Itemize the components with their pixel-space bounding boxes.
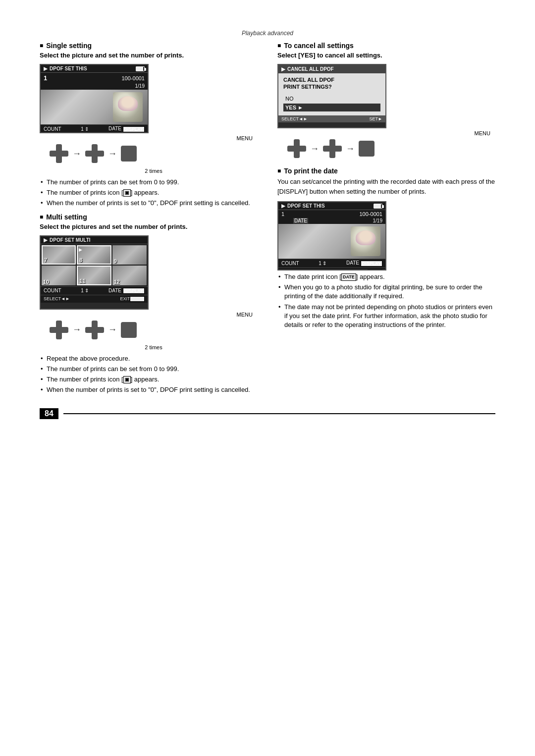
multi-display-badge: DISPLAY <box>123 288 145 294</box>
count-val: 1 ⇕ <box>81 126 89 132</box>
lcd-multi-topbar-text: DPOF SET MULTI <box>50 237 91 243</box>
print-date-body: You can set/cancel the printing with the… <box>277 177 495 196</box>
lcd-single-image <box>41 90 148 124</box>
page-subtitle: Playback advanced <box>40 30 495 37</box>
lcd-single-fileinfo: 1 100-0001 <box>41 73 148 83</box>
grid-cell-11: 11 <box>77 266 111 285</box>
lcd-multi-screen: ▶ DPOF SET MULTI 7 ▶ 8 9 10 11 12 <box>40 235 149 310</box>
lcd-single-screen: ▶ DPOF SET THIS 1 100-0001 1/19 <box>40 64 149 133</box>
lcd-date-count-row: COUNT 1 ⇕ DATE DISPLAY <box>278 259 385 267</box>
menu-btn-multi <box>121 322 137 338</box>
multi-exit-menu: EXITMENU <box>120 296 145 302</box>
grid-cell-9: 9 <box>112 245 147 265</box>
multi-bullet-2: The number of prints can be set from 0 t… <box>40 365 258 374</box>
dpad-multi-1 <box>50 321 68 339</box>
date-select-label: SELECT◄► <box>281 269 308 270</box>
lcd-cancel-header: ▶ CANCEL ALL DPOF <box>278 65 385 73</box>
arrow-1: → <box>72 149 81 159</box>
bullet-1: The number of prints can be set from 0 t… <box>40 178 258 187</box>
date-disp-label: DATE DISPLAY <box>346 260 382 266</box>
dpad-single-1 <box>50 144 68 163</box>
times-label-multi: 2 times <box>50 344 258 350</box>
lcd-cancel-screen: ▶ CANCEL ALL DPOF CANCEL ALL DPOFPRINT S… <box>277 64 386 128</box>
lcd-multi-topbar: ▶ DPOF SET MULTI <box>41 236 148 244</box>
print-date-heading: To print the date <box>277 167 495 175</box>
dpof-cancel-icon: ▶ <box>281 66 285 72</box>
dpof-cell-icon: ▶ <box>79 247 82 252</box>
lcd-single-topbar: ▶ DPOF SET THIS <box>41 65 148 73</box>
battery-icon-date <box>374 204 382 209</box>
single-setting-bullets: The number of prints can be set from 0 t… <box>40 178 258 208</box>
date-bullet-2: When you go to a photo studio for digita… <box>277 283 495 301</box>
cancel-all-section: To cancel all settings Select [YES] to c… <box>277 42 495 158</box>
page-number: 84 <box>40 408 58 419</box>
multi-setting-section: Multi setting Select the pictures and se… <box>40 213 258 395</box>
bullet-3: When the number of prints is set to "0",… <box>40 199 258 208</box>
lcd-date-num: 1 <box>281 211 284 217</box>
grid-cell-7: 7 <box>42 245 76 265</box>
menu-label-cancel: MENU <box>277 130 490 136</box>
lcd-date-image <box>278 224 385 259</box>
lcd-date-overlay: DATE <box>293 218 308 223</box>
date-display-label: DATE DISPLAY <box>108 126 145 132</box>
dpad-cancel-2 <box>323 139 342 158</box>
two-column-layout: Single setting Select the picture and se… <box>40 42 495 399</box>
lcd-cancel-footer: SELECT◄► SET► <box>278 115 385 122</box>
print-date-bullets: The date print icon [DATE] appears. When… <box>277 272 495 329</box>
grid-cell-10: 10 <box>42 266 76 285</box>
lcd-date-bottom: SELECT◄► EXITMENU <box>278 268 385 270</box>
date-count-val: 1 ⇕ <box>319 261 326 266</box>
arrow-2: → <box>108 149 117 159</box>
lcd-single-topbar-text: DPOF SET THIS <box>50 66 87 71</box>
multi-count-label: COUNT <box>44 288 61 293</box>
page-footer: 84 <box>0 408 535 419</box>
dpad-single-2 <box>85 144 104 163</box>
grid-cell-8: ▶ 8 <box>77 245 111 265</box>
cancel-all-heading: To cancel all settings <box>277 42 495 50</box>
lcd-date-topbar: ▶ DPOF SET THIS <box>278 202 385 210</box>
multi-setting-subheading: Select the pictures and set the number o… <box>40 223 258 230</box>
dpof-date-icon: ▶ <box>281 203 285 209</box>
dpof-icon: ▶ <box>44 66 48 71</box>
multi-setting-bullets: Repeat the above procedure. The number o… <box>40 354 258 395</box>
left-column: Single setting Select the picture and se… <box>40 42 258 399</box>
lcd-date-topbar-text: DPOF SET THIS <box>287 203 325 209</box>
lcd-single-count-row: COUNT 1 ⇕ DATE DISPLAY <box>41 124 148 133</box>
times-label-single: 2 times <box>50 168 258 174</box>
lcd-cancel-header-text: CANCEL ALL DPOF <box>287 66 334 72</box>
lcd-cancel-body: CANCEL ALL DPOFPRINT SETTINGS? NO YES ► <box>278 73 385 115</box>
lcd-single-face <box>113 92 143 122</box>
date-bullet-3: The date may not be printed depending on… <box>277 303 495 330</box>
arrow-multi-2: → <box>108 324 117 335</box>
multi-date-display: DATE DISPLAY <box>108 288 145 294</box>
lcd-multi-grid: 7 ▶ 8 9 10 11 12 <box>41 244 148 286</box>
option-no: NO <box>283 95 380 103</box>
page-container: Playback advanced Single setting Select … <box>0 0 535 429</box>
cancel-dialog-title: CANCEL ALL DPOFPRINT SETTINGS? <box>283 76 380 91</box>
dpad-cancel-1 <box>287 139 306 158</box>
lcd-date-frame: 1/19 <box>373 218 382 223</box>
multi-setting-heading: Multi setting <box>40 213 258 221</box>
multi-select-label: SELECT◄► <box>44 296 70 302</box>
menu-btn-single <box>121 146 137 162</box>
date-bullet-1: The date print icon [DATE] appears. <box>277 272 495 281</box>
nav-diagram-single: → → <box>50 144 258 163</box>
single-setting-section: Single setting Select the picture and se… <box>40 42 258 208</box>
date-display-badge: DISPLAY <box>361 261 382 267</box>
option-yes: YES ► <box>283 104 380 111</box>
grid-cell-12: 12 <box>112 266 147 285</box>
multi-bullet-4: When the number of prints is set to "0",… <box>40 385 258 394</box>
lcd-single-frame: 1/19 <box>135 83 145 89</box>
menu-btn-cancel <box>359 141 374 157</box>
multi-bullet-3: The number of prints icon [▣] appears. <box>40 375 258 384</box>
arrow-multi-1: → <box>72 324 81 335</box>
right-column: To cancel all settings Select [YES] to c… <box>277 42 495 399</box>
cancel-set-label: SET► <box>370 116 382 121</box>
arrow-cancel-1: → <box>310 144 319 154</box>
battery-area <box>136 66 145 71</box>
lcd-multi-count-row: COUNT 1 ⇕ DATE DISPLAY <box>41 286 148 295</box>
bullet-2: The number of prints icon [▣] appears. <box>40 188 258 197</box>
lcd-single-fileref: 100-0001 <box>122 75 145 81</box>
dpad-multi-2 <box>85 321 104 339</box>
menu-label-single: MENU <box>40 135 253 141</box>
